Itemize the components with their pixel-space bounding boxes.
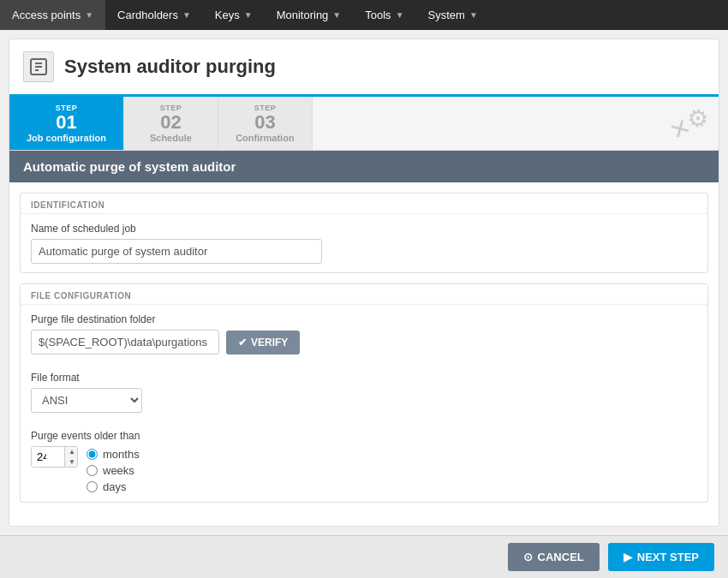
section-title: Automatic purge of system auditor (23, 159, 236, 174)
page-icon (23, 51, 54, 82)
nav-item-keys[interactable]: Keys▼ (203, 0, 265, 30)
nav-item-cardholders[interactable]: Cardholders▼ (105, 0, 203, 30)
spinner-arrows: ▲ ▼ (64, 447, 78, 467)
nav-label-monitoring: Monitoring (277, 9, 329, 21)
cancel-icon: ⊙ (523, 551, 533, 563)
verify-label: VERIFY (251, 337, 288, 349)
nav-item-system[interactable]: System▼ (416, 0, 490, 30)
nav-item-tools[interactable]: Tools▼ (353, 0, 415, 30)
cancel-label: CANCEL (538, 551, 584, 563)
file-config-title: FILE CONFIGURATION (21, 284, 707, 305)
step-3[interactable]: STEP 03 Confirmation (218, 97, 313, 150)
cancel-button[interactable]: ⊙ CANCEL (508, 543, 600, 571)
time-unit-radio-group: months weeks days (87, 448, 140, 493)
arrow-right-icon: ▶ (624, 551, 632, 563)
next-label: NEXT STEP (637, 551, 699, 563)
nav-arrow-system: ▼ (469, 10, 478, 20)
radio-weeks-input[interactable] (87, 465, 98, 476)
purge-spinner-row: ▲ ▼ months weeks (31, 446, 697, 493)
nav-arrow-tools: ▼ (396, 10, 404, 20)
steps-bar: STEP 01 Job configuration STEP 02 Schedu… (9, 97, 719, 151)
nav-label-cardholders: Cardholders (117, 9, 178, 21)
file-format-group: File format ANSIUTF-8Unicode (21, 363, 707, 421)
nav-label-keys: Keys (215, 9, 240, 21)
footer: ⊙ CANCEL ▶ NEXT STEP (0, 535, 728, 578)
radio-days-input[interactable] (87, 481, 98, 492)
radio-months[interactable]: months (87, 448, 140, 461)
identification-section: IDENTIFICATION Name of scheduled job (20, 193, 708, 273)
radio-months-input[interactable] (87, 449, 98, 460)
step-decoration: ✕⚙ (313, 97, 719, 150)
page-container: System auditor purging STEP 01 Job confi… (9, 39, 719, 527)
step-2[interactable]: STEP 02 Schedule (124, 97, 218, 150)
step-1[interactable]: STEP 01 Job configuration (9, 97, 124, 150)
radio-days[interactable]: days (87, 480, 140, 493)
step2-name: Schedule (150, 133, 192, 143)
spinner-down-button[interactable]: ▼ (65, 457, 78, 468)
step3-name: Confirmation (236, 133, 294, 143)
nav-arrow-monitoring: ▼ (332, 10, 341, 20)
page-title: System auditor purging (64, 56, 276, 78)
verify-button[interactable]: ✔ VERIFY (226, 331, 300, 355)
tools-icon: ✕⚙ (665, 101, 714, 146)
checkmark-icon: ✔ (238, 337, 247, 349)
nav-item-monitoring[interactable]: Monitoring▼ (265, 0, 354, 30)
step2-number: 02 (160, 112, 181, 133)
job-name-label: Name of scheduled job (31, 223, 697, 235)
radio-weeks[interactable]: weeks (87, 464, 140, 477)
job-name-input[interactable] (31, 239, 322, 264)
top-nav: Access points▼Cardholders▼Keys▼Monitorin… (0, 0, 728, 30)
content-scroll[interactable]: IDENTIFICATION Name of scheduled job FIL… (9, 182, 719, 527)
job-name-group: Name of scheduled job (21, 214, 707, 272)
radio-months-label: months (103, 448, 140, 461)
nav-arrow-access-points: ▼ (85, 10, 93, 20)
file-config-section: FILE CONFIGURATION Purge file destinatio… (20, 283, 708, 503)
destination-group: Purge file destination folder ✔ VERIFY (21, 305, 707, 363)
file-format-select[interactable]: ANSIUTF-8Unicode (31, 388, 142, 413)
destination-input-row: ✔ VERIFY (31, 330, 697, 355)
destination-label: Purge file destination folder (31, 313, 697, 325)
nav-arrow-cardholders: ▼ (182, 10, 191, 20)
step3-number: 03 (254, 112, 275, 133)
destination-input[interactable] (31, 330, 219, 355)
page-header: System auditor purging (9, 39, 719, 97)
nav-label-system: System (428, 9, 465, 21)
purge-older-group: Purge events older than ▲ ▼ months (21, 421, 707, 502)
section-header: Automatic purge of system auditor (9, 151, 719, 182)
nav-arrow-keys: ▼ (244, 10, 253, 20)
next-step-button[interactable]: ▶ NEXT STEP (608, 543, 714, 571)
nav-item-access-points[interactable]: Access points▼ (0, 0, 105, 30)
radio-weeks-label: weeks (103, 464, 134, 477)
spinner-wrap: ▲ ▼ (31, 446, 78, 468)
step1-number: 01 (56, 112, 76, 133)
purge-value-input[interactable] (32, 447, 64, 467)
radio-days-label: days (103, 480, 126, 493)
step1-name: Job configuration (27, 133, 106, 143)
purge-older-label: Purge events older than (31, 430, 697, 442)
identification-title: IDENTIFICATION (21, 194, 707, 214)
spinner-up-button[interactable]: ▲ (65, 447, 78, 457)
nav-label-access-points: Access points (12, 9, 81, 21)
nav-label-tools: Tools (365, 9, 391, 21)
file-format-label: File format (31, 372, 697, 384)
